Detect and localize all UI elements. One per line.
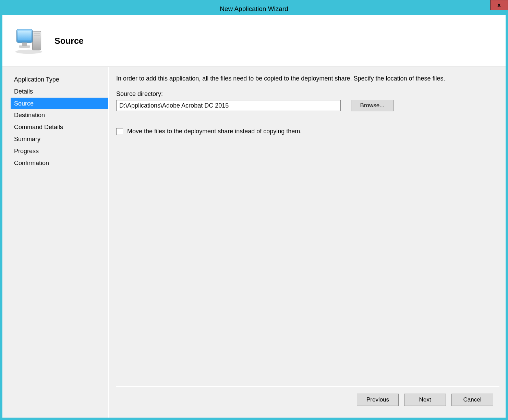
sidebar-item-summary[interactable]: Summary [11, 133, 108, 145]
sidebar-item-confirmation[interactable]: Confirmation [11, 157, 108, 169]
footer: Previous Next Cancel [116, 386, 499, 411]
sidebar-item-progress[interactable]: Progress [11, 145, 108, 157]
close-button[interactable]: x [490, 0, 508, 10]
previous-button[interactable]: Previous [357, 394, 399, 406]
titlebar: New Application Wizard x [2, 2, 506, 15]
move-files-row: Move the files to the deployment share i… [116, 128, 499, 135]
next-button[interactable]: Next [404, 394, 446, 406]
page-title: Source [55, 36, 84, 46]
cancel-button[interactable]: Cancel [451, 394, 493, 406]
source-dir-row: Browse... [116, 100, 499, 111]
sidebar-item-destination[interactable]: Destination [11, 109, 108, 121]
svg-rect-7 [19, 46, 30, 47]
body-area: Application Type Details Source Destinat… [2, 66, 506, 418]
svg-rect-2 [34, 33, 40, 34]
source-dir-label: Source directory: [116, 90, 499, 98]
svg-rect-3 [34, 35, 40, 36]
sidebar-item-details[interactable]: Details [11, 86, 108, 98]
svg-rect-5 [18, 30, 31, 40]
header-area: Source [2, 15, 506, 66]
svg-rect-1 [33, 31, 41, 50]
sidebar-item-command-details[interactable]: Command Details [11, 121, 108, 133]
move-files-checkbox[interactable] [116, 128, 123, 135]
main-content: In order to add this application, all th… [108, 67, 506, 418]
computer-icon [13, 27, 44, 55]
close-icon: x [497, 2, 500, 9]
browse-button[interactable]: Browse... [351, 100, 394, 111]
window-title: New Application Wizard [220, 5, 288, 13]
instruction-text: In order to add this application, all th… [116, 74, 499, 83]
sidebar: Application Type Details Source Destinat… [2, 67, 108, 418]
main-inner: In order to add this application, all th… [116, 74, 499, 386]
source-dir-input[interactable] [116, 100, 341, 111]
sidebar-item-application-type[interactable]: Application Type [11, 74, 108, 86]
wizard-window: New Application Wizard x [0, 0, 508, 420]
svg-rect-6 [22, 42, 27, 46]
sidebar-item-source[interactable]: Source [11, 98, 108, 110]
move-files-label: Move the files to the deployment share i… [127, 128, 302, 135]
